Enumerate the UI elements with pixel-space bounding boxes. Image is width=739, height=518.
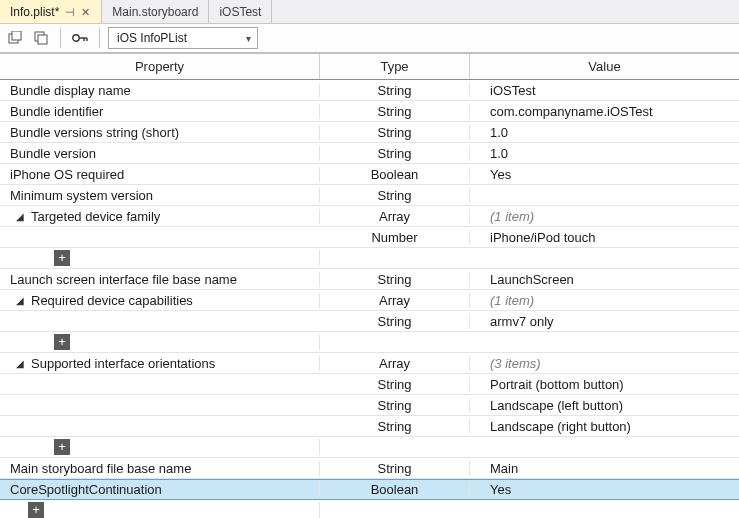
table-row[interactable]: Bundle versions string (short) String 1.…	[0, 122, 739, 143]
type-label: Boolean	[320, 482, 470, 497]
add-item-button[interactable]: +	[28, 502, 44, 518]
tab-info-plist[interactable]: Info.plist* ⊣ ✕	[0, 0, 102, 23]
table-row[interactable]: Bundle identifier String com.companyname…	[0, 101, 739, 122]
value-label: LaunchScreen	[470, 272, 739, 287]
table-row[interactable]: ◢ Supported interface orientations Array…	[0, 353, 739, 374]
type-label: String	[320, 419, 470, 434]
value-label: Yes	[470, 482, 739, 497]
toolbar-separator	[60, 28, 61, 48]
table-row[interactable]: String Landscape (left button)	[0, 395, 739, 416]
prop-label: iPhone OS required	[10, 167, 124, 182]
type-label: Array	[320, 209, 470, 224]
tab-label: Main.storyboard	[112, 5, 198, 19]
prop-label: Bundle display name	[10, 83, 131, 98]
plist-type-dropdown[interactable]: iOS InfoPList ▾	[108, 27, 258, 49]
value-label: (1 item)	[470, 293, 739, 308]
type-label: String	[320, 125, 470, 140]
table-row[interactable]: +	[0, 332, 739, 353]
prop-label: Minimum system version	[10, 188, 153, 203]
grid-header: Property Type Value	[0, 54, 739, 80]
type-label: Number	[320, 230, 470, 245]
value-label: (1 item)	[470, 209, 739, 224]
column-header-value[interactable]: Value	[470, 54, 739, 79]
prop-label: Targeted device family	[31, 209, 160, 224]
prop-label: Bundle identifier	[10, 104, 103, 119]
disclosure-triangle-icon[interactable]: ◢	[14, 211, 25, 222]
value-label: Yes	[470, 167, 739, 182]
tab-label: iOSTest	[219, 5, 261, 19]
tab-main-storyboard[interactable]: Main.storyboard	[102, 0, 209, 23]
table-row[interactable]: Number iPhone/iPod touch	[0, 227, 739, 248]
prop-label: Supported interface orientations	[31, 356, 215, 371]
table-row[interactable]: Bundle version String 1.0	[0, 143, 739, 164]
table-row[interactable]: +	[0, 500, 739, 518]
column-header-property[interactable]: Property	[0, 54, 320, 79]
value-label: Main	[470, 461, 739, 476]
type-label: String	[320, 83, 470, 98]
table-row[interactable]: String Portrait (bottom button)	[0, 374, 739, 395]
value-label: 1.0	[470, 146, 739, 161]
value-label: Landscape (left button)	[470, 398, 739, 413]
table-row[interactable]: Main storyboard file base name String Ma…	[0, 458, 739, 479]
property-grid: Bundle display name String iOSTest Bundl…	[0, 80, 739, 518]
type-label: String	[320, 377, 470, 392]
prop-label: CoreSpotlightContinuation	[10, 482, 162, 497]
expand-all-button[interactable]	[4, 27, 26, 49]
svg-rect-3	[38, 35, 47, 44]
type-label: String	[320, 146, 470, 161]
type-label: String	[320, 188, 470, 203]
toolbar-separator	[99, 28, 100, 48]
type-label: String	[320, 461, 470, 476]
table-row[interactable]: +	[0, 248, 739, 269]
type-label: String	[320, 272, 470, 287]
add-item-button[interactable]: +	[54, 250, 70, 266]
type-label: Array	[320, 293, 470, 308]
type-label: String	[320, 104, 470, 119]
table-row[interactable]: Minimum system version String	[0, 185, 739, 206]
table-row[interactable]: +	[0, 437, 739, 458]
collapse-all-button[interactable]	[30, 27, 52, 49]
svg-point-4	[73, 35, 79, 41]
type-label: String	[320, 398, 470, 413]
pin-icon[interactable]: ⊣	[65, 7, 75, 17]
value-label: armv7 only	[470, 314, 739, 329]
table-row-selected[interactable]: CoreSpotlightContinuation Boolean Yes	[0, 479, 739, 500]
value-label: com.companyname.iOSTest	[470, 104, 739, 119]
close-icon[interactable]: ✕	[81, 7, 91, 17]
prop-label: Bundle version	[10, 146, 96, 161]
type-label: Array	[320, 356, 470, 371]
table-row[interactable]: ◢ Targeted device family Array (1 item)	[0, 206, 739, 227]
add-item-button[interactable]: +	[54, 334, 70, 350]
column-header-type[interactable]: Type	[320, 54, 470, 79]
value-label: Portrait (bottom button)	[470, 377, 739, 392]
table-row[interactable]: Launch screen interface file base name S…	[0, 269, 739, 290]
svg-rect-1	[12, 31, 21, 40]
table-row[interactable]: String Landscape (right button)	[0, 416, 739, 437]
prop-label: Launch screen interface file base name	[10, 272, 237, 287]
prop-label: Bundle versions string (short)	[10, 125, 179, 140]
table-row[interactable]: iPhone OS required Boolean Yes	[0, 164, 739, 185]
value-label: iOSTest	[470, 83, 739, 98]
dropdown-label: iOS InfoPList	[117, 31, 187, 45]
add-item-button[interactable]: +	[54, 439, 70, 455]
value-label: 1.0	[470, 125, 739, 140]
value-label: iPhone/iPod touch	[470, 230, 739, 245]
tab-label: Info.plist*	[10, 5, 59, 19]
toolbar: iOS InfoPList ▾	[0, 24, 739, 54]
key-button[interactable]	[69, 27, 91, 49]
type-label: String	[320, 314, 470, 329]
prop-label: Required device capabilities	[31, 293, 193, 308]
table-row[interactable]: String armv7 only	[0, 311, 739, 332]
tab-iostest[interactable]: iOSTest	[209, 0, 272, 23]
chevron-down-icon: ▾	[246, 33, 251, 44]
value-label: (3 items)	[470, 356, 739, 371]
table-row[interactable]: Bundle display name String iOSTest	[0, 80, 739, 101]
table-row[interactable]: ◢ Required device capabilities Array (1 …	[0, 290, 739, 311]
disclosure-triangle-icon[interactable]: ◢	[14, 295, 25, 306]
tab-strip: Info.plist* ⊣ ✕ Main.storyboard iOSTest	[0, 0, 739, 24]
disclosure-triangle-icon[interactable]: ◢	[14, 358, 25, 369]
type-label: Boolean	[320, 167, 470, 182]
value-label: Landscape (right button)	[470, 419, 739, 434]
prop-label: Main storyboard file base name	[10, 461, 191, 476]
